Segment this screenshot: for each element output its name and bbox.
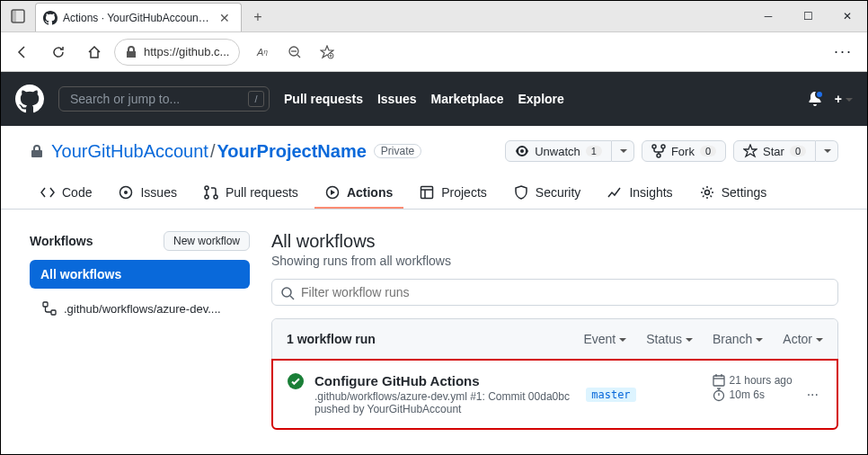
github-logo-icon[interactable] xyxy=(15,85,44,113)
nav-marketplace[interactable]: Marketplace xyxy=(431,92,504,106)
refresh-button[interactable] xyxy=(42,37,75,67)
main-content: All workflows Showing runs from all work… xyxy=(271,231,838,430)
search-input[interactable] xyxy=(58,86,270,112)
zoom-icon[interactable] xyxy=(279,39,310,66)
favorite-icon[interactable] xyxy=(312,39,342,66)
notifications-icon[interactable] xyxy=(808,92,822,106)
tab-overview-icon[interactable] xyxy=(1,0,35,31)
sidebar-title: Workflows xyxy=(30,234,93,248)
fork-icon xyxy=(651,144,666,158)
address-bar[interactable]: https://github.c... xyxy=(114,39,240,66)
filter-branch[interactable]: Branch xyxy=(713,332,763,346)
visibility-badge: Private xyxy=(374,144,421,158)
svg-rect-19 xyxy=(51,310,56,315)
branch-tag[interactable]: master xyxy=(586,388,635,402)
run-count: 1 workflow run xyxy=(287,332,376,346)
new-workflow-button[interactable]: New workflow xyxy=(164,231,250,251)
runs-list: 1 workflow run Event Status Branch Actor… xyxy=(271,318,838,430)
star-button[interactable]: Star 0 xyxy=(733,140,816,162)
svg-point-20 xyxy=(282,288,291,297)
nav-explore[interactable]: Explore xyxy=(518,92,563,106)
page-subheading: Showing runs from all workflows xyxy=(271,254,838,268)
run-title[interactable]: Configure GitHub Actions xyxy=(314,373,570,388)
tab-settings[interactable]: Settings xyxy=(689,178,778,209)
browser-tab[interactable]: Actions · YourGitHubAccount/Yo ✕ xyxy=(35,3,242,31)
github-header: / Pull requests Issues Marketplace Explo… xyxy=(1,72,867,126)
create-new-dropdown[interactable]: + xyxy=(835,92,853,106)
text-size-icon[interactable]: Aη xyxy=(247,39,278,66)
window-maximize-icon[interactable]: ☐ xyxy=(788,0,828,31)
svg-line-4 xyxy=(297,55,300,58)
home-button[interactable] xyxy=(78,37,111,67)
fork-button[interactable]: Fork 0 xyxy=(642,140,726,162)
workflows-sidebar: Workflows New workflow All workflows .gi… xyxy=(30,231,250,430)
runs-list-header: 1 workflow run Event Status Branch Actor xyxy=(272,319,837,360)
url-text: https://github.c... xyxy=(144,45,229,58)
workflow-icon xyxy=(42,301,57,316)
filter-input[interactable] xyxy=(271,279,838,306)
svg-rect-1 xyxy=(12,10,16,22)
repo-header: YourGitHubAccount/YourProjectName Privat… xyxy=(1,126,867,162)
filter-event[interactable]: Event xyxy=(583,332,626,346)
star-icon xyxy=(743,144,757,158)
tab-pull-requests[interactable]: Pull requests xyxy=(193,178,309,209)
tab-actions[interactable]: Actions xyxy=(314,178,403,209)
lock-icon xyxy=(30,144,44,158)
back-button[interactable] xyxy=(6,37,39,67)
svg-rect-23 xyxy=(713,376,724,386)
new-tab-button[interactable]: + xyxy=(245,4,270,30)
nav-pull-requests[interactable]: Pull requests xyxy=(284,92,363,106)
issue-icon xyxy=(119,185,133,200)
sidebar-workflow-item[interactable]: .github/workflows/azure-dev.... xyxy=(30,294,250,323)
tab-insights[interactable]: Insights xyxy=(597,178,683,209)
browser-tab-bar: Actions · YourGitHubAccount/Yo ✕ + ─ ☐ ✕ xyxy=(1,1,867,32)
lock-icon xyxy=(124,45,138,59)
sidebar-all-workflows[interactable]: All workflows xyxy=(30,260,250,289)
filter-box xyxy=(271,279,838,306)
tab-projects[interactable]: Projects xyxy=(409,178,498,209)
eye-icon xyxy=(515,144,529,158)
browser-toolbar: https://github.c... Aη ··· xyxy=(1,32,867,72)
repo-nav: Code Issues Pull requests Actions Projec… xyxy=(1,178,867,210)
tab-title: Actions · YourGitHubAccount/Yo xyxy=(63,12,210,24)
window-close-icon[interactable]: ✕ xyxy=(828,0,867,31)
tab-issues[interactable]: Issues xyxy=(108,178,187,209)
browser-menu-icon[interactable]: ··· xyxy=(834,42,862,61)
graph-icon xyxy=(607,185,622,200)
star-dropdown[interactable] xyxy=(816,140,838,162)
unwatch-button[interactable]: Unwatch 1 xyxy=(505,140,612,162)
nav-issues[interactable]: Issues xyxy=(377,92,417,106)
tab-code[interactable]: Code xyxy=(30,178,102,209)
github-favicon xyxy=(43,11,58,25)
search-slash-hint: / xyxy=(248,91,264,107)
tab-security[interactable]: Security xyxy=(503,178,592,209)
window-minimize-icon[interactable]: ─ xyxy=(748,0,788,31)
project-icon xyxy=(420,185,434,200)
run-info: Configure GitHub Actions .github/workflo… xyxy=(314,373,570,415)
svg-point-11 xyxy=(205,195,208,199)
run-menu-icon[interactable]: ··· xyxy=(803,387,822,403)
filter-status[interactable]: Status xyxy=(646,332,693,346)
play-icon xyxy=(325,185,340,200)
page-heading: All workflows xyxy=(271,231,838,252)
shield-icon xyxy=(514,185,528,200)
svg-point-10 xyxy=(205,186,208,190)
repo-name-link[interactable]: YourProjectName xyxy=(217,141,366,161)
page-body: Workflows New workflow All workflows .gi… xyxy=(1,210,867,451)
success-icon xyxy=(288,373,304,389)
notification-dot xyxy=(815,90,824,99)
calendar-icon xyxy=(712,373,726,388)
repo-owner-link[interactable]: YourGitHubAccount xyxy=(51,141,208,161)
repo-title: YourGitHubAccount/YourProjectName xyxy=(51,141,367,162)
unwatch-dropdown[interactable] xyxy=(612,140,634,162)
svg-point-12 xyxy=(214,195,217,199)
filter-actor[interactable]: Actor xyxy=(783,332,823,346)
svg-line-21 xyxy=(290,296,294,299)
svg-rect-14 xyxy=(421,187,433,199)
svg-point-9 xyxy=(124,191,128,194)
pull-request-icon xyxy=(204,185,218,200)
github-search[interactable]: / xyxy=(58,86,270,112)
workflow-run-row[interactable]: Configure GitHub Actions .github/workflo… xyxy=(271,359,838,430)
tab-close-icon[interactable]: ✕ xyxy=(216,11,234,25)
code-icon xyxy=(40,185,55,200)
